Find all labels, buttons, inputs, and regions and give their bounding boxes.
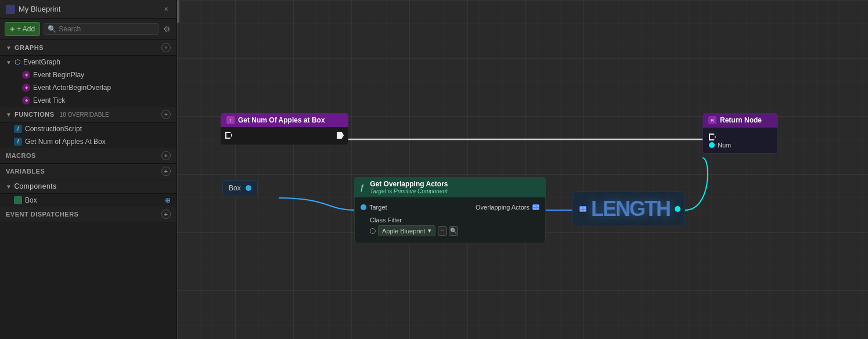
event-dispatchers-add-button[interactable]: +	[161, 210, 171, 219]
return-node-header: R Return Node	[703, 113, 778, 127]
class-filter-value: Apple Blueprint	[382, 228, 426, 235]
variables-section-header[interactable]: VARIABLES +	[0, 164, 177, 179]
class-filter-dropdown[interactable]: Apple Blueprint ▾	[378, 225, 435, 236]
functions-badge: 18 OVERRIDABLE	[60, 111, 109, 118]
search-input[interactable]	[59, 25, 154, 33]
class-filter-pin	[370, 228, 376, 234]
exec-out-pin	[337, 132, 344, 139]
functions-section: ▼ FUNCTIONS 18 OVERRIDABLE + f Construct…	[0, 107, 177, 148]
close-button[interactable]: ×	[161, 3, 171, 15]
macros-add-button[interactable]: +	[161, 151, 171, 160]
box-cube-icon	[14, 196, 22, 204]
blueprint-canvas[interactable]: f Get Num Of Apples at Box Box ƒ Get Ove…	[177, 0, 868, 339]
exec-in-pin	[225, 132, 232, 139]
length-node-body: LENGTH	[572, 192, 685, 226]
blueprint-icon	[6, 5, 15, 14]
variables-add-button[interactable]: +	[161, 167, 171, 176]
components-title: Components	[14, 182, 56, 190]
event-dispatchers-header[interactable]: EVENT DISPATCHERS +	[0, 207, 177, 222]
event-tick-icon	[22, 96, 30, 104]
wire-layer	[177, 0, 868, 339]
overlap-title: Get Overlapping Actors	[370, 180, 448, 188]
overlapping-actors-label: Overlapping Actors	[476, 204, 530, 211]
panel-title: My Blueprint	[19, 5, 60, 13]
target-icon: ⊕	[165, 196, 171, 204]
node-get-overlapping-actors[interactable]: ƒ Get Overlapping Actors Target is Primi…	[354, 177, 546, 243]
search-icon: 🔍	[48, 25, 56, 33]
plus-icon: +	[10, 24, 15, 34]
num-pin-row: Num	[709, 142, 772, 149]
components-chevron: ▼	[6, 183, 12, 190]
event-beginplay-icon	[22, 71, 30, 79]
eventgraph-chevron: ▼	[6, 59, 12, 66]
variables-title: VARIABLES	[6, 168, 45, 175]
sidebar-item-get-num-apples[interactable]: f Get Num of Apples At Box	[0, 135, 177, 148]
event-actoroverlap-icon	[22, 84, 30, 92]
target-pin-left: Target	[361, 204, 387, 211]
graphs-add-button[interactable]: +	[161, 43, 171, 52]
sidebar-item-box[interactable]: Box ⊕	[0, 194, 177, 207]
get-num-apples-icon: f	[14, 138, 22, 146]
overlap-node-header: ƒ Get Overlapping Actors Target is Primi…	[354, 177, 546, 197]
box-node-body: Box	[222, 180, 258, 196]
class-filter-row: Class Filter Apple Blueprint ▾ − 🔍	[361, 215, 539, 238]
node-length[interactable]: LENGTH	[572, 192, 685, 226]
length-input-pin	[579, 206, 586, 212]
event-actoroverlap-label: Event ActorBeginOverlap	[33, 84, 111, 92]
box-output-pin	[246, 185, 251, 191]
functions-add-button[interactable]: +	[161, 110, 171, 119]
functions-section-header[interactable]: ▼ FUNCTIONS 18 OVERRIDABLE +	[0, 107, 177, 122]
gear-button[interactable]: ⚙	[162, 23, 172, 35]
class-filter-minus-btn[interactable]: −	[438, 226, 447, 236]
exec-row	[225, 131, 344, 140]
graphs-header-left: ▼ GRAPHS	[6, 44, 44, 51]
node-get-num-of-apples[interactable]: f Get Num Of Apples at Box	[221, 113, 348, 145]
class-filter-label: Class Filter	[361, 217, 539, 223]
add-button[interactable]: + + Add	[5, 22, 40, 36]
overlap-func-icon: ƒ	[360, 183, 364, 192]
node-getnum-header: f Get Num Of Apples at Box	[221, 113, 348, 127]
class-filter-search-btn[interactable]: 🔍	[449, 226, 458, 236]
sidebar-item-event-tick[interactable]: Event Tick	[0, 94, 177, 107]
node-return[interactable]: R Return Node Num	[703, 113, 778, 154]
num-input-pin	[709, 142, 715, 148]
graphs-section: ▼ GRAPHS + ▼ ⬡ EventGraph Event BeginPla…	[0, 40, 177, 107]
construction-script-label: ConstructionScript	[25, 125, 82, 133]
event-tick-label: Event Tick	[33, 96, 65, 104]
functions-header-left: ▼ FUNCTIONS 18 OVERRIDABLE	[6, 111, 109, 118]
return-node-icon: R	[708, 116, 716, 124]
scroll-indicator	[177, 0, 179, 23]
overlapping-actors-pin-right: Overlapping Actors	[476, 204, 539, 211]
sidebar-item-event-actoroverlap[interactable]: Event ActorBeginOverlap	[0, 81, 177, 94]
sidebar-item-event-beginplay[interactable]: Event BeginPlay	[0, 68, 177, 81]
graphs-title: GRAPHS	[15, 44, 44, 51]
class-filter-buttons: − 🔍	[438, 226, 458, 236]
get-num-apples-label: Get Num of Apples At Box	[25, 138, 106, 146]
functions-title: FUNCTIONS	[15, 111, 55, 118]
components-section-header[interactable]: ▼ Components	[0, 179, 177, 194]
toolbar: + + Add 🔍 ⚙	[0, 19, 177, 40]
node-getnum-title: Get Num Of Apples at Box	[238, 116, 325, 124]
node-getnum-body	[221, 127, 348, 145]
length-label: LENGTH	[591, 197, 670, 221]
class-filter-chevron: ▾	[428, 227, 431, 235]
left-panel: My Blueprint × + + Add 🔍 ⚙ ▼ GRAPHS + ▼ …	[0, 0, 177, 339]
overlap-subtitle: Target is Primitive Component	[370, 188, 448, 194]
event-dispatchers-title: EVENT DISPATCHERS	[6, 211, 78, 218]
add-label: + Add	[17, 25, 35, 33]
graphs-section-header[interactable]: ▼ GRAPHS +	[0, 40, 177, 56]
sidebar-item-construction-script[interactable]: f ConstructionScript	[0, 122, 177, 135]
return-exec-in-pin	[709, 134, 716, 140]
return-exec-row	[709, 132, 772, 142]
search-wrapper: 🔍	[44, 23, 159, 35]
target-label: Target	[369, 204, 387, 211]
node-box[interactable]: Box	[222, 180, 258, 196]
macros-section-header[interactable]: MACROS +	[0, 148, 177, 164]
class-filter-control: Apple Blueprint ▾ − 🔍	[361, 225, 539, 236]
macros-title: MACROS	[6, 152, 36, 159]
eventgraph-label: EventGraph	[23, 58, 60, 66]
overlap-node-body: Target Overlapping Actors Class Filter A…	[354, 197, 546, 243]
sidebar-item-eventgraph[interactable]: ▼ ⬡ EventGraph	[0, 56, 177, 68]
overlap-header-text: Get Overlapping Actors Target is Primiti…	[370, 180, 448, 194]
box-node-label: Box	[229, 184, 241, 192]
